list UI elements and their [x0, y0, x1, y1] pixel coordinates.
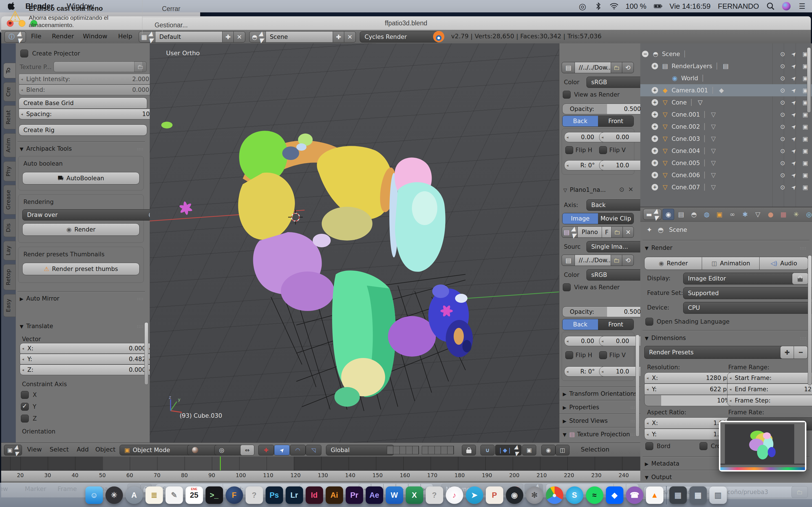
dock-icon-launchpad[interactable]: ✳: [105, 487, 123, 504]
animation-button[interactable]: ◫Animation: [702, 257, 760, 270]
dock-icon-skype[interactable]: S: [566, 487, 583, 504]
outliner-item-name[interactable]: Scene: [662, 51, 680, 57]
visibility-eye-icon[interactable]: ⊙: [780, 123, 785, 130]
dock-icon-finder[interactable]: ☺: [86, 487, 103, 504]
filepath-icon[interactable]: ▤: [562, 255, 575, 266]
offset-y-field-2[interactable]: 0.00: [599, 336, 641, 346]
expand-toggle[interactable]: +: [652, 87, 658, 94]
colorspace-dropdown[interactable]: sRGB: [587, 76, 641, 88]
dock-icon-app-store[interactable]: A: [125, 487, 143, 504]
shelf-tab-dis[interactable]: Dis: [3, 219, 16, 237]
view-as-render-checkbox[interactable]: [563, 91, 571, 99]
delete-scene-button[interactable]: ✕: [344, 31, 356, 43]
remove-preset-button[interactable]: ━: [794, 346, 808, 359]
selectability-cursor-icon[interactable]: ➤: [790, 74, 798, 82]
timeline-canvas[interactable]: [1, 457, 640, 470]
notification-close-button[interactable]: Cerrar: [142, 5, 200, 13]
render-button[interactable]: ◉Render: [644, 257, 702, 270]
open-image-icon[interactable]: 🗀: [611, 226, 623, 238]
visibility-eye-icon[interactable]: ⊙: [780, 75, 785, 82]
expand-toggle[interactable]: +: [652, 135, 658, 142]
render-preview-window[interactable]: [719, 421, 806, 471]
browse-filepath-icon[interactable]: 🗀: [611, 255, 622, 266]
selectability-cursor-icon[interactable]: ➤: [790, 98, 798, 107]
shelf-tab-cre[interactable]: Cre: [3, 82, 16, 101]
object-menu[interactable]: Object: [95, 443, 116, 456]
properties-scrollbar[interactable]: [808, 255, 812, 385]
menu-help[interactable]: Help: [118, 30, 132, 43]
transform-orientation-dropdown[interactable]: Global: [326, 445, 394, 455]
axis-dropdown[interactable]: Back: [587, 200, 641, 211]
visibility-eye-icon[interactable]: ⊙: [780, 148, 785, 154]
dock-icon-illustrator[interactable]: Ai: [326, 487, 343, 504]
outliner-row-renderlayers[interactable]: + ▤ RenderLayers │ ▤ ⊙ ➤ ▣: [640, 60, 812, 72]
bluetooth-icon[interactable]: [594, 2, 603, 10]
dock-icon-minimized-window[interactable]: ▦: [689, 487, 707, 504]
outliner-item-name[interactable]: Cone.007: [672, 184, 700, 191]
add-preset-button[interactable]: ✚: [780, 346, 794, 359]
dock-icon-trash[interactable]: ▥: [709, 487, 727, 504]
dock-icon-popcorn-time[interactable]: P: [486, 487, 503, 504]
spacing-slider[interactable]: Spacing:10: [18, 109, 150, 119]
selectability-cursor-icon[interactable]: ➤: [790, 159, 798, 167]
layers-grid-1[interactable]: [387, 446, 419, 454]
expand-toggle[interactable]: +: [652, 123, 658, 130]
select-menu[interactable]: Select: [50, 443, 69, 456]
shelf-tab-lay[interactable]: Lay: [3, 241, 16, 260]
dock-icon-viber[interactable]: ☎: [626, 487, 644, 504]
flip-h-checkbox[interactable]: [565, 146, 573, 154]
resolution-percentage-slider[interactable]: 10%: [644, 395, 738, 406]
panel-grip[interactable]: ::::: [137, 147, 144, 151]
selectability-cursor-icon[interactable]: ➤: [790, 171, 798, 179]
blend-slider[interactable]: Blend:0.000: [18, 84, 150, 95]
selectability-cursor-icon[interactable]: ➤: [790, 122, 798, 131]
properties-tab-constraints[interactable]: ∞: [726, 209, 738, 220]
properties-tab-world[interactable]: ◍: [701, 209, 712, 220]
selectability-cursor-icon[interactable]: ➤: [790, 135, 798, 143]
sidebar-scrollbar[interactable]: [636, 335, 640, 437]
outliner-row-cone-001[interactable]: + ▽ Cone.001 │ ▽ ⊙ ➤ ▣: [640, 108, 812, 121]
properties-tab-physics[interactable]: ◎: [803, 209, 812, 220]
expand-toggle[interactable]: +: [652, 111, 658, 118]
dock-icon-dropbox[interactable]: ◆: [606, 487, 623, 504]
audio-button[interactable]: ◁)Audio: [759, 257, 808, 270]
outliner-row-world[interactable]: ◉ World │ ⊙ ➤ ▣: [640, 72, 812, 84]
front-toggle-2[interactable]: Front: [598, 319, 633, 330]
outliner-row-cone[interactable]: + ▽ Cone │ ▽ ⊙ ➤ ▣: [640, 96, 812, 108]
properties-tab-scene[interactable]: ◓: [688, 209, 700, 220]
metadata-panel-header[interactable]: ▶Metadata: [645, 460, 679, 467]
render-op-button[interactable]: ◉Render: [22, 223, 140, 236]
creative-cloud-icon[interactable]: ◎: [578, 2, 587, 10]
outliner-item-name[interactable]: Cone.005: [672, 160, 700, 166]
eye-icon[interactable]: ⊙: [619, 186, 624, 193]
menubar-clock[interactable]: Vie 14:16:59: [670, 2, 711, 11]
dock-icon-obs[interactable]: ◉: [506, 487, 523, 504]
dock-icon-firefox[interactable]: F: [225, 487, 243, 504]
image-tab[interactable]: Image: [562, 213, 598, 224]
expand-toggle[interactable]: +: [652, 148, 658, 154]
dock-icon-premiere[interactable]: Pr: [346, 487, 363, 504]
expand-toggle[interactable]: +: [652, 172, 658, 178]
reload-filepath-icon[interactable]: ⟲: [622, 255, 634, 266]
shelf-tab-anim[interactable]: Anim: [3, 133, 16, 157]
texture-path-field[interactable]: [54, 61, 143, 72]
spotlight-icon[interactable]: [766, 2, 775, 10]
dock-icon-itunes[interactable]: ♪: [446, 487, 463, 504]
view-menu[interactable]: View: [27, 443, 42, 456]
scale-field-2[interactable]: 10.0: [599, 367, 641, 377]
render-restrict-camera-icon[interactable]: ▣: [802, 172, 808, 179]
properties-tab-material[interactable]: ●: [765, 209, 776, 220]
scene-selector-icon[interactable]: ◓: [249, 31, 266, 43]
timeline-ruler[interactable]: 2030405060708090100110120130140150160170…: [1, 470, 640, 482]
outliner-row-cone-004[interactable]: + ▽ Cone.004 │ ▽ ⊙ ➤ ▣: [640, 145, 812, 157]
lock-to-scene-icon[interactable]: [462, 445, 476, 455]
visibility-eye-icon[interactable]: ⊙: [780, 51, 785, 57]
outliner-item-name[interactable]: Cone.001: [672, 111, 700, 118]
visibility-eye-icon[interactable]: ⊙: [780, 172, 785, 179]
stored-views-panel[interactable]: ▶Stored Views: [563, 417, 608, 424]
editor-type-button[interactable]: ⓘ: [4, 31, 26, 43]
back-toggle[interactable]: Back: [562, 116, 598, 126]
osl-checkbox[interactable]: [645, 318, 653, 326]
outliner-item-name[interactable]: Cone: [672, 99, 687, 106]
output-panel-header[interactable]: ▼Output: [645, 474, 672, 481]
